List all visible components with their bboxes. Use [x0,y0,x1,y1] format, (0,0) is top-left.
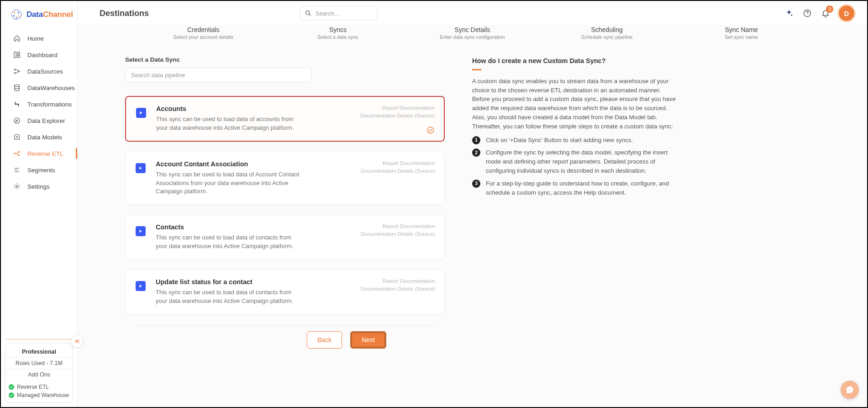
sparkle-icon [784,9,794,18]
home-icon [13,34,21,42]
svg-point-17 [18,151,20,153]
wizard-step-credentials[interactable]: CredentialsSelect your account details [145,26,262,40]
card-links: Report Documentation Documentation Detai… [361,159,435,175]
documentation-details-link[interactable]: Documentation Details (Source) [361,285,435,293]
brand-logo[interactable]: DataChannel [1,1,77,26]
report-documentation-link[interactable]: Report Documentation [361,277,435,285]
nav-datasources[interactable]: DataSources [1,63,77,79]
svg-point-25 [851,389,852,390]
help-step: 1Click on '+Data Sync' Button to start a… [472,136,678,145]
wizard-step-syncs[interactable]: SyncsSelect a data sync [280,26,396,40]
help-circle-icon [803,9,812,18]
explore-icon [13,117,21,125]
report-documentation-link[interactable]: Report Documentation [361,223,435,230]
main: Destinations 3 D CredentialsSelect your … [78,1,867,407]
report-documentation-link[interactable]: Report Documentation [361,159,435,167]
nav-transformations[interactable]: Transformations [1,96,77,112]
back-button[interactable]: Back [307,331,342,349]
svg-point-24 [849,389,850,390]
svg-rect-6 [14,52,16,58]
global-search[interactable] [300,6,377,21]
topbar: Destinations 3 D [78,1,867,26]
wizard-step-sync-name[interactable]: Sync NameSet sync name [683,26,800,40]
nav-segments[interactable]: Segments [1,162,77,178]
svg-point-10 [14,72,16,74]
check-circle-icon [426,126,435,134]
svg-point-15 [16,137,18,138]
section-title: Select a Data Sync [125,56,445,63]
svg-point-13 [14,118,20,123]
pipeline-search-input[interactable] [125,68,311,82]
card-links: Report Documentation Documentation Detai… [361,277,435,293]
plan-name: Professional [6,346,72,357]
svg-rect-8 [18,56,20,58]
help-button[interactable] [802,8,812,18]
help-intro2: Thereafter, you can follow these simple … [472,122,678,131]
svg-point-22 [427,127,434,133]
svg-point-18 [18,154,20,156]
nav-dashboard[interactable]: Dashboard [1,47,77,63]
next-button[interactable]: Next [350,331,386,349]
sparkle-button[interactable] [784,8,794,18]
documentation-details-link[interactable]: Documentation Details (Source) [361,230,435,238]
global-search-input[interactable] [315,10,372,17]
sync-card-update-list-status[interactable]: Update list status for a contact This sy… [125,270,445,314]
nav-label: Data Models [27,134,62,141]
avatar[interactable]: D [839,5,854,21]
sync-icon [136,226,146,236]
divider [136,325,434,326]
report-documentation-link[interactable]: Report Documentation [360,104,435,112]
gear-icon [13,182,21,191]
nav-label: Segments [27,167,55,174]
documentation-details-link[interactable]: Documentation Details (Source) [360,112,435,120]
addon-label: Managed Warehouse [17,392,69,398]
nav-label: DataWarehouses [27,85,75,91]
sidebar-footer: Professional Rows Used - 7.1M Add Ons Re… [1,339,77,407]
svg-point-19 [16,185,18,188]
sync-card-account-contact-association[interactable]: Account Contant Association This sync ca… [125,152,445,205]
transform-icon [13,100,21,108]
nav-datamodels[interactable]: Data Models [1,129,77,145]
help-underline [472,69,481,70]
brand-text: DataChannel [26,10,73,19]
step-bullet: 3 [472,180,480,188]
chat-fab[interactable] [841,381,859,399]
sync-card-contacts[interactable]: Contacts This sync can be used to load d… [125,215,445,260]
nav-reverse-etl[interactable]: Reverse ETL [1,145,77,162]
check-dot-icon [9,384,14,390]
svg-rect-7 [18,52,20,54]
step-text: Configure the sync by selecting the data… [486,148,678,175]
sync-card-desc: This sync can be used to load data of Ac… [156,170,302,196]
svg-rect-14 [15,135,20,140]
datasources-icon [13,67,21,75]
svg-point-11 [18,71,20,72]
dashboard-icon [13,51,21,59]
svg-point-2 [18,12,19,13]
nav-dataexplorer[interactable]: Data Explorer [1,112,77,129]
nav-datawarehouses[interactable]: DataWarehouses [1,79,77,96]
help-step: 3For a step-by-step guide to understand … [472,179,678,197]
nav-home[interactable]: Home [1,30,77,47]
sync-card-accounts[interactable]: Accounts This sync can be used to load d… [125,96,445,142]
addons-header: Add Ons [6,369,72,380]
card-links: Report Documentation Documentation Detai… [360,104,435,120]
wizard-step-sync-details[interactable]: Sync DetailsEnter data sync configuratio… [414,26,531,40]
page-title: Destinations [100,9,149,18]
help-intro: A custom data sync enables you to stream… [472,77,678,122]
nav-label: Settings [27,183,50,190]
nav-settings[interactable]: Settings [1,178,77,195]
content-area: CredentialsSelect your account details S… [78,26,867,407]
sidebar-collapse-button[interactable] [71,335,84,348]
documentation-details-link[interactable]: Documentation Details (Source) [361,167,435,175]
svg-point-12 [15,85,20,87]
models-icon [13,133,21,141]
nav-label: Data Explorer [27,117,65,124]
sync-cards: Accounts This sync can be used to load d… [125,96,445,314]
sync-icon [136,281,146,291]
segments-icon [13,166,21,174]
database-icon [13,84,21,92]
nav-label: DataSources [27,68,63,75]
wizard-step-scheduling[interactable]: SchedulingSchedule sync pipeline [549,26,665,40]
svg-point-5 [16,17,17,18]
notifications-button[interactable]: 3 [821,8,831,18]
